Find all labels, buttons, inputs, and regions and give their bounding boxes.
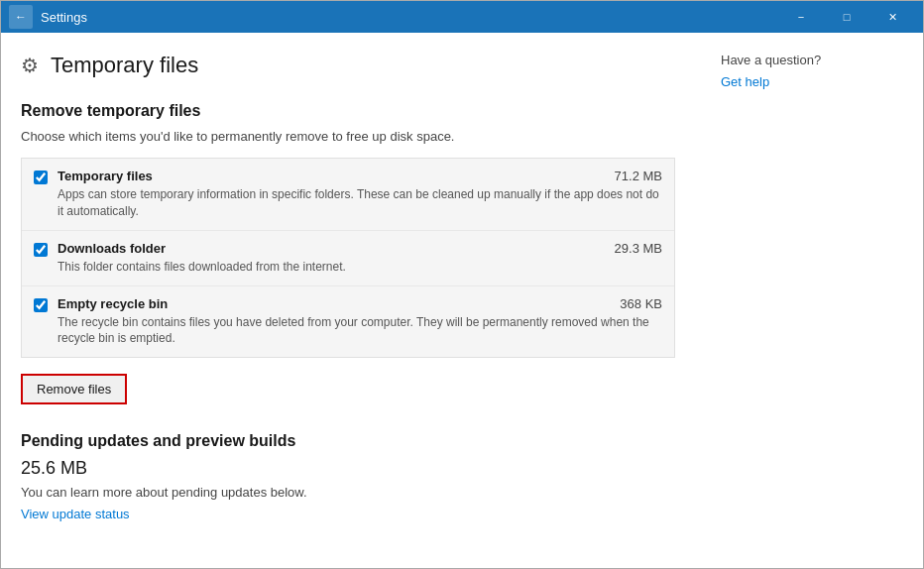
recycle-bin-header: Empty recycle bin 368 KB xyxy=(58,296,662,311)
temporary-files-size: 71.2 MB xyxy=(615,169,662,183)
file-item-temporary: Temporary files 71.2 MB Apps can store t… xyxy=(22,159,674,231)
recycle-bin-name: Empty recycle bin xyxy=(58,296,168,311)
close-button[interactable]: ✕ xyxy=(869,1,915,33)
downloads-folder-header: Downloads folder 29.3 MB xyxy=(58,241,662,256)
files-list: Temporary files 71.2 MB Apps can store t… xyxy=(21,158,675,358)
temporary-files-desc: Apps can store temporary information in … xyxy=(58,186,662,220)
remove-section-heading: Remove temporary files xyxy=(21,102,675,120)
file-item-downloads: Downloads folder 29.3 MB This folder con… xyxy=(22,231,674,286)
recycle-bin-desc: The recycle bin contains files you have … xyxy=(58,314,662,348)
pending-desc: You can learn more about pending updates… xyxy=(21,485,675,500)
remove-section-desc: Choose which items you'd like to permane… xyxy=(21,128,675,146)
content-area: ⚙ Temporary files Remove temporary files… xyxy=(1,33,923,568)
view-update-status-link[interactable]: View update status xyxy=(21,507,130,521)
remove-section: Remove temporary files Choose which item… xyxy=(21,102,675,432)
title-bar: ← Settings − □ ✕ xyxy=(1,1,923,33)
downloads-folder-desc: This folder contains files downloaded fr… xyxy=(58,259,662,276)
maximize-button[interactable]: □ xyxy=(824,1,869,33)
page-title: Temporary files xyxy=(51,53,198,78)
title-bar-left: ← Settings xyxy=(9,5,87,29)
recycle-bin-checkbox[interactable] xyxy=(34,298,48,312)
downloads-folder-name: Downloads folder xyxy=(58,241,166,256)
window-title: Settings xyxy=(41,10,87,25)
window: ← Settings − □ ✕ ⚙ Temporary files Remov… xyxy=(0,0,924,569)
temporary-files-name: Temporary files xyxy=(58,169,153,183)
file-item-recycle: Empty recycle bin 368 KB The recycle bin… xyxy=(22,286,674,358)
pending-size: 25.6 MB xyxy=(21,458,675,479)
gear-icon: ⚙ xyxy=(21,54,39,77)
help-title: Have a question? xyxy=(721,53,907,67)
temporary-files-checkbox[interactable] xyxy=(34,171,48,184)
temporary-files-info: Temporary files 71.2 MB Apps can store t… xyxy=(58,169,662,220)
pending-section-heading: Pending updates and preview builds xyxy=(21,432,675,450)
pending-section: Pending updates and preview builds 25.6 … xyxy=(21,432,675,521)
main-content: ⚙ Temporary files Remove temporary files… xyxy=(1,33,705,568)
recycle-bin-size: 368 KB xyxy=(620,296,662,311)
back-button[interactable]: ← xyxy=(9,5,33,29)
recycle-bin-info: Empty recycle bin 368 KB The recycle bin… xyxy=(58,296,662,348)
minimize-button[interactable]: − xyxy=(778,1,824,33)
get-help-link[interactable]: Get help xyxy=(721,74,769,89)
downloads-folder-info: Downloads folder 29.3 MB This folder con… xyxy=(58,241,662,276)
temporary-files-header: Temporary files 71.2 MB xyxy=(58,169,662,183)
window-controls: − □ ✕ xyxy=(778,1,915,33)
remove-files-button[interactable]: Remove files xyxy=(21,374,127,404)
downloads-folder-checkbox[interactable] xyxy=(34,243,48,257)
right-panel: Have a question? Get help xyxy=(705,33,923,568)
page-header: ⚙ Temporary files xyxy=(21,53,675,78)
downloads-folder-size: 29.3 MB xyxy=(615,241,662,256)
